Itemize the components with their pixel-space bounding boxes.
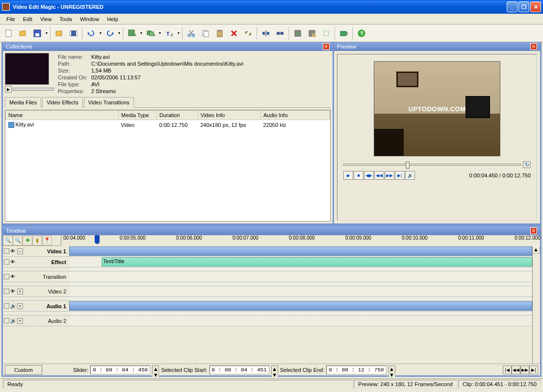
tab-video-effects[interactable]: Video Effects — [42, 97, 82, 108]
forward-button[interactable]: ▶▶ — [385, 171, 394, 180]
unlink-button[interactable] — [241, 26, 255, 40]
paste-button[interactable] — [213, 26, 227, 40]
thumb-play-button[interactable]: ▶ — [5, 86, 12, 93]
zoom-out-button[interactable]: 🔍 — [13, 236, 23, 245]
menu-file[interactable]: File — [2, 15, 19, 23]
effect-clip[interactable]: Text/Title — [102, 257, 532, 267]
marker-yellow-button[interactable]: ▮ — [32, 236, 42, 245]
timeline-close-button[interactable]: ✕ — [530, 227, 537, 234]
nav-next-button[interactable]: ▶▶ — [520, 366, 529, 374]
tab-media-files[interactable]: Media Files — [5, 97, 41, 108]
step-back-play-button[interactable]: ◀▶ — [364, 171, 374, 180]
transition-dropdown[interactable]: ▼ — [158, 26, 162, 40]
col-duration[interactable]: Duration — [157, 111, 198, 120]
timeline-scrollbar[interactable]: ▲ — [532, 246, 540, 364]
close-button[interactable]: ✕ — [530, 1, 541, 12]
col-media-type[interactable]: Media Type — [119, 111, 157, 120]
tab-video-transitions[interactable]: Video Transitions — [84, 97, 134, 108]
folder-button[interactable] — [52, 26, 66, 40]
track-video-1[interactable]: 👁−Video 1 — [3, 246, 69, 257]
menu-edit[interactable]: Edit — [19, 15, 36, 23]
slider-spinner[interactable]: ▲▼ — [152, 366, 159, 374]
undo-button[interactable] — [84, 26, 98, 40]
collections-header[interactable]: Collections ✕ — [3, 42, 333, 51]
loop-icon[interactable]: ↻ — [523, 161, 531, 168]
cut-button[interactable] — [184, 26, 198, 40]
volume-button[interactable]: 🔊 — [405, 171, 415, 180]
save-button[interactable] — [30, 26, 44, 40]
track-audio-2-row[interactable] — [69, 316, 532, 326]
join-button[interactable] — [273, 26, 287, 40]
effect-add-button[interactable]: + — [125, 26, 139, 40]
play-button[interactable]: ▶ — [343, 171, 353, 180]
track-audio-1[interactable]: 🔊+Audio 1 — [3, 301, 69, 312]
collections-close-button[interactable]: ✕ — [323, 43, 330, 50]
thumb-slider[interactable] — [13, 88, 54, 91]
titlebar[interactable]: Video Edit Magic - UNREGISTERED _ ❐ ✕ — [0, 0, 543, 14]
redo-button[interactable] — [103, 26, 117, 40]
preview-header[interactable]: Preview ✕ — [334, 42, 540, 51]
transition-add-button[interactable]: + — [144, 26, 157, 40]
track-transition[interactable]: 👁Transition — [3, 271, 69, 282]
media-table[interactable]: Name Media Type Duration Video Info Audi… — [5, 110, 330, 129]
timeline-header[interactable]: Timeline ✕ — [3, 226, 540, 235]
nav-prev-button[interactable]: ◀◀ — [512, 366, 520, 374]
track-audio-1-row[interactable] — [69, 301, 532, 312]
track-transition-row[interactable] — [69, 271, 532, 282]
text-dropdown[interactable]: ▼ — [177, 26, 181, 40]
video-clip[interactable] — [69, 246, 532, 256]
export-button[interactable] — [291, 26, 305, 40]
menu-window[interactable]: Window — [76, 15, 103, 23]
track-audio-2[interactable]: 🔊+Audio 2 — [3, 316, 69, 326]
preview-close-button[interactable]: ✕ — [530, 43, 537, 50]
capture-button[interactable] — [337, 26, 351, 40]
sel-start-value[interactable]: 0 : 00 : 04 : 451 — [209, 366, 269, 374]
menu-help[interactable]: Help — [103, 15, 122, 23]
open-button[interactable] — [16, 26, 30, 40]
split-button[interactable] — [259, 26, 273, 40]
skip-end-button[interactable]: ▶| — [395, 171, 405, 180]
menu-tools[interactable]: Tools — [55, 15, 76, 23]
col-name[interactable]: Name — [6, 111, 119, 120]
svg-text:a: a — [170, 31, 174, 37]
sel-end-value[interactable]: 0 : 00 : 12 : 750 — [326, 366, 386, 374]
redo-dropdown[interactable]: ▼ — [117, 26, 121, 40]
sel-end-spinner[interactable]: ▲▼ — [388, 366, 395, 374]
col-audio-info[interactable]: Audio Info — [261, 111, 330, 120]
track-effect[interactable]: 👁Effect — [3, 257, 69, 268]
sel-start-spinner[interactable]: ▲▼ — [271, 366, 278, 374]
timeline-playhead[interactable] — [95, 235, 100, 244]
maximize-button[interactable]: ❐ — [518, 1, 529, 12]
rewind-button[interactable]: ◀◀ — [374, 171, 384, 180]
preview-slider[interactable]: ↻ — [343, 161, 531, 168]
save-dropdown[interactable]: ▼ — [45, 26, 49, 40]
zoom-in-button[interactable]: 🔍 — [3, 236, 13, 245]
nav-last-button[interactable]: ▶| — [529, 366, 538, 374]
minimize-button[interactable]: _ — [507, 1, 517, 12]
slider-value[interactable]: 0 : 00 : 04 : 450 — [90, 366, 150, 374]
undo-dropdown[interactable]: ▼ — [99, 26, 103, 40]
help-button[interactable]: ? — [355, 26, 368, 40]
track-video-1-row[interactable] — [69, 246, 532, 257]
effect-dropdown[interactable]: ▼ — [139, 26, 143, 40]
table-row[interactable]: Kitty.avi Video 0:00:12.750 240x180 px, … — [6, 120, 330, 130]
copy-button[interactable] — [199, 26, 212, 40]
track-video-2[interactable]: 👁+Video 2 — [3, 286, 69, 297]
export-settings-button[interactable] — [305, 26, 319, 40]
timeline-ruler[interactable]: 00:04.0000:00:05.0000:00:06.0000:00:07.0… — [61, 235, 540, 246]
audio-clip[interactable] — [69, 301, 532, 311]
menu-view[interactable]: View — [36, 15, 56, 23]
new-button[interactable] — [2, 26, 16, 40]
custom-button[interactable]: Custom — [5, 365, 42, 375]
marker-button[interactable] — [319, 26, 333, 40]
col-video-info[interactable]: Video Info — [198, 111, 261, 120]
film-button[interactable] — [67, 26, 80, 40]
track-video-2-row[interactable] — [69, 286, 532, 297]
text-button[interactable]: Ta — [162, 26, 176, 40]
marker-green-button[interactable]: ✚ — [23, 236, 32, 245]
track-effect-row[interactable]: Text/Title — [69, 257, 532, 268]
stop-button[interactable]: ■ — [354, 171, 363, 180]
delete-button[interactable] — [227, 26, 241, 40]
marker-red-button[interactable]: 📍 — [42, 236, 52, 245]
nav-first-button[interactable]: |◀ — [503, 366, 512, 374]
